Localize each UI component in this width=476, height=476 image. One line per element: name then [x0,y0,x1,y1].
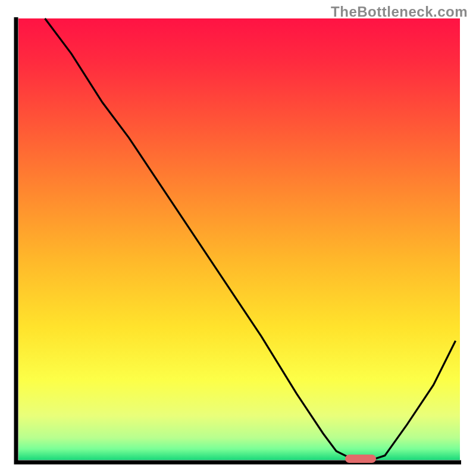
optimal-range-marker [345,455,376,463]
plot-area [18,18,460,460]
chart-container: TheBottleneck.com [0,0,476,476]
bottleneck-chart [0,0,476,476]
